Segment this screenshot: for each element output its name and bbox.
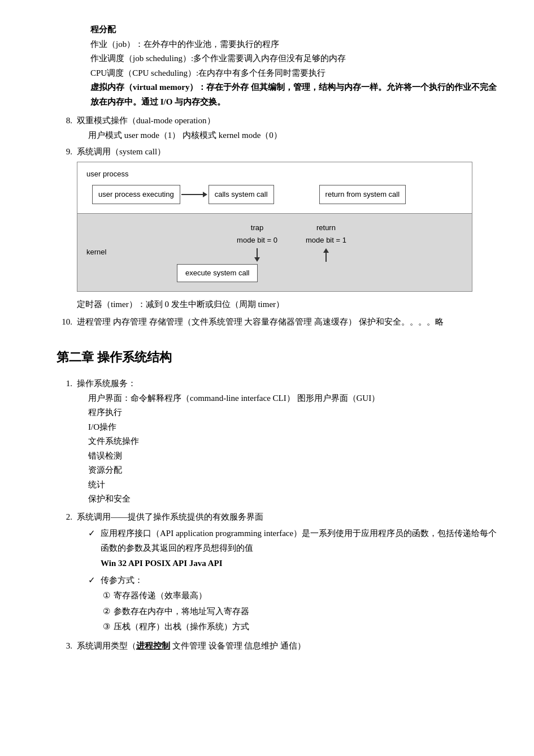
item-9-title: 系统调用（system call） [77, 145, 166, 159]
timer-note: 定时器（timer）：减到 0 发生中断或归位（周期 timer） [77, 297, 500, 312]
item-10: 10. 进程管理 内存管理 存储管理（文件系统管理 大容量存储器管理 高速缓存）… [57, 315, 500, 330]
trap-label: trap [237, 222, 277, 234]
check-1-bold: Win 32 API POSIX API Java API [101, 556, 500, 571]
ch2-item-2-num: 2. [57, 510, 72, 636]
item-10-num: 10. [57, 315, 72, 330]
arrow-up-return [306, 248, 346, 262]
ch2-sub-5: 资源分配 [88, 463, 500, 478]
check-2-text: 传参方式： [101, 573, 143, 588]
intro-line-1: 作业（job）：在外存中的作业池，需要执行的程序 [90, 37, 500, 52]
circle-num-3: ③ [103, 620, 110, 634]
intro-line-2: 作业调度（job scheduling）:多个作业需要调入内存但没有足够的内存 [90, 51, 500, 66]
user-process-label: user process [86, 168, 463, 180]
return-label: return [306, 222, 346, 234]
diagram-upper: user process user process executing call… [77, 162, 472, 214]
ch2-sub-6: 统计 [88, 478, 500, 493]
circle-item-3: ③ 压栈（程序）出栈（操作系统）方式 [103, 620, 500, 634]
ch2-item-3-end: 文件管理 设备管理 信息维护 通信） [170, 641, 306, 650]
trap-step: trap mode bit = 0 [237, 222, 277, 262]
ch2-item-1: 1. 操作系统服务： 用户界面：命令解释程序（command-line inte… [57, 377, 500, 507]
win32-api: Win 32 API POSIX API Java API [101, 559, 223, 568]
ch2-item-1-subs: 用户界面：命令解释程序（command-line interface CLI） … [88, 391, 500, 507]
circle-item-1: ① 寄存器传递（效率最高） [103, 589, 500, 603]
item-8-num: 8. [57, 114, 72, 142]
ch2-item-1-title: 操作系统服务： [77, 377, 500, 391]
item-9: 9. 系统调用（system call） [57, 145, 500, 159]
circle-num-2: ② [103, 604, 110, 619]
ch2-item-3-bold: 进程控制 [136, 641, 170, 650]
item-9-content: 系统调用（system call） [77, 145, 166, 159]
circle-text-2: 参数存在内存中，将地址写入寄存器 [114, 604, 249, 619]
check-1-text: 应用程序接口（API application programming inter… [101, 526, 500, 555]
circle-num-1: ① [103, 589, 110, 603]
arrow-down-trap [237, 248, 277, 262]
ch2-item-3-content: 系统调用类型（进程控制 文件管理 设备管理 信息维护 通信） [77, 639, 500, 654]
ch2-item-3: 3. 系统调用类型（进程控制 文件管理 设备管理 信息维护 通信） [57, 639, 500, 654]
trap-bit: mode bit = 0 [237, 234, 277, 247]
ch2-item-2-title: 系统调用——提供了操作系统提供的有效服务界面 [77, 510, 500, 525]
check-item-1: ✓ 应用程序接口（API application programming int… [88, 526, 500, 571]
return-bit: mode bit = 1 [306, 234, 346, 247]
item-10-content: 进程管理 内存管理 存储管理（文件系统管理 大容量存储器管理 高速缓存） 保护和… [77, 315, 500, 330]
check-mark-2: ✓ [88, 573, 97, 588]
ch2-sub-3: 文件系统操作 [88, 434, 500, 449]
kernel-label: kernel [86, 246, 106, 258]
ch2-item-1-num: 1. [57, 377, 72, 507]
circle-text-1: 寄存器传递（效率最高） [114, 589, 207, 603]
intro-line-4: 虚拟内存（virtual memory）：存在于外存 但其编制，管理，结构与内存… [90, 80, 500, 109]
ch2-item-2: 2. 系统调用——提供了操作系统提供的有效服务界面 ✓ 应用程序接口（API a… [57, 510, 500, 636]
item-8-title: 双重模式操作（dual-mode operation） [77, 114, 282, 128]
intro-section: 程分配 作业（job）：在外存中的作业池，需要执行的程序 作业调度（job sc… [57, 23, 500, 109]
check-mark-1: ✓ [88, 526, 97, 571]
ch2-sub-4: 错误检测 [88, 449, 500, 464]
ch2-item-3-num: 3. [57, 639, 72, 654]
return-step: return mode bit = 1 [306, 222, 346, 262]
ch2-item-3-title-start: 系统调用类型（ [77, 641, 136, 650]
item-8-content: 双重模式操作（dual-mode operation） 用户模式 user mo… [77, 114, 282, 142]
circle-list: ① 寄存器传递（效率最高） ② 参数存在内存中，将地址写入寄存器 ③ 压栈（程序… [103, 589, 500, 634]
chapter-2-title-text: 第二章 操作系统结构 [57, 350, 172, 364]
circle-text-3: 压栈（程序）出栈（操作系统）方式 [114, 620, 249, 634]
execute-system-call-box: execute system call [177, 264, 258, 282]
system-call-diagram: user process user process executing call… [77, 162, 500, 292]
check-item-2: ✓ 传参方式： [88, 573, 500, 588]
circle-item-2: ② 参数存在内存中，将地址写入寄存器 [103, 604, 500, 619]
check-1-content: 应用程序接口（API application programming inter… [101, 526, 500, 571]
diagram-lower: kernel trap mode bit = 0 return mode bit… [77, 214, 472, 291]
page-content: 程分配 作业（job）：在外存中的作业池，需要执行的程序 作业调度（job sc… [57, 23, 500, 653]
check-2-content: 传参方式： [101, 573, 143, 588]
intro-line-3: CPU调度（CPU scheduling）:在内存中有多个任务同时需要执行 [90, 66, 500, 81]
ch2-sub-7: 保护和安全 [88, 492, 500, 507]
ch2-sub-0: 用户界面：命令解释程序（command-line interface CLI） … [88, 391, 500, 406]
ch2-item-2-content: 系统调用——提供了操作系统提供的有效服务界面 ✓ 应用程序接口（API appl… [77, 510, 500, 636]
item-8: 8. 双重模式操作（dual-mode operation） 用户模式 user… [57, 114, 500, 142]
kernel-flow: trap mode bit = 0 return mode bit = 1 [120, 222, 463, 262]
item-8-sub: 用户模式 user mode（1） 内核模式 kernel mode（0） [88, 128, 282, 143]
upper-arrows-svg [77, 196, 473, 213]
ch2-sub-1: 程序执行 [88, 405, 500, 420]
intro-line-0: 程分配 [90, 23, 500, 37]
ch2-sub-2: I/O操作 [88, 420, 500, 435]
timer-text: 定时器（timer）：减到 0 发生中断或归位（周期 timer） [77, 300, 284, 309]
item-9-num: 9. [57, 145, 72, 159]
ch2-item-1-content: 操作系统服务： 用户界面：命令解释程序（command-line interfa… [77, 377, 500, 507]
chapter-2-title: 第二章 操作系统结构 [57, 347, 500, 368]
